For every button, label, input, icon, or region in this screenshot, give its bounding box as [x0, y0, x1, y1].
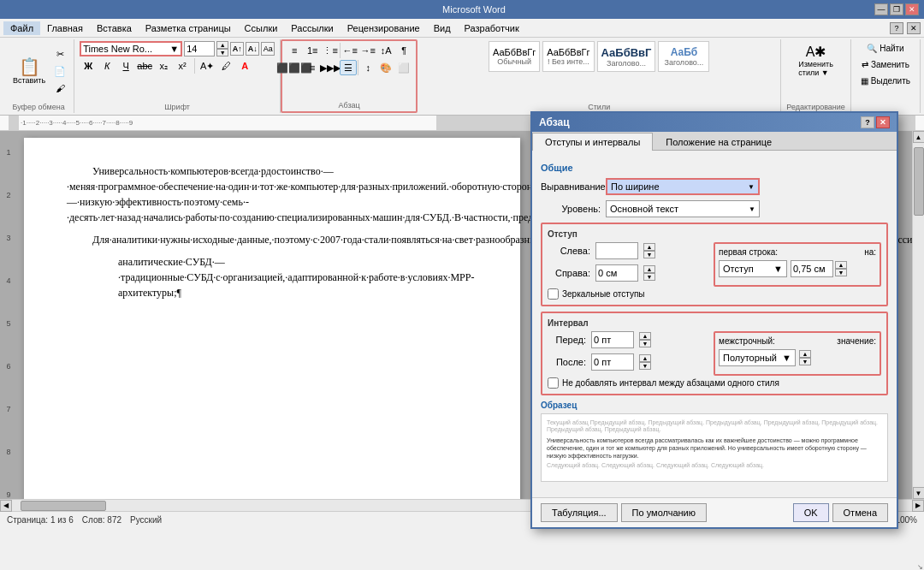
no-add-checkbox[interactable]: [548, 377, 559, 389]
mirror-checkbox[interactable]: [548, 288, 559, 300]
shading-button[interactable]: 🎨: [377, 60, 394, 75]
before-up[interactable]: ▲: [639, 332, 651, 340]
line-spacing-button[interactable]: ↕: [359, 60, 376, 75]
right-down[interactable]: ▼: [643, 273, 655, 281]
paragraph-dialog-launcher[interactable]: ↘: [917, 563, 924, 570]
scroll-right-button[interactable]: ▶: [912, 500, 924, 512]
left-up[interactable]: ▲: [643, 243, 655, 251]
menu-home[interactable]: Главная: [40, 21, 90, 35]
underline-button[interactable]: Ч: [117, 58, 134, 74]
bullets-button[interactable]: ≡: [286, 43, 303, 58]
scroll-left-button[interactable]: ◀: [0, 500, 12, 512]
tab-position[interactable]: Положение на странице: [653, 133, 785, 151]
dialog-help-button[interactable]: ?: [861, 116, 874, 128]
by-spinner: ▲ ▼: [835, 261, 847, 276]
title-bar-controls: — ❐ ✕: [874, 3, 919, 15]
left-down[interactable]: ▼: [643, 251, 655, 258]
font-size-up[interactable]: ▲: [216, 41, 228, 49]
show-marks-button[interactable]: ¶: [395, 43, 412, 58]
align-justify-button[interactable]: ☰: [340, 60, 357, 75]
left-input[interactable]: [595, 242, 638, 259]
format-copy-button[interactable]: 🖌: [51, 80, 68, 96]
style-heading1[interactable]: АаБбВвГ Заголово...: [597, 41, 656, 72]
line-spacing-select[interactable]: Полуторный ▼: [719, 349, 796, 366]
after-up[interactable]: ▲: [639, 354, 651, 362]
dialog-close-button[interactable]: ✕: [876, 116, 890, 128]
after-input[interactable]: 0 пт: [591, 353, 634, 371]
tab-indent-interval[interactable]: Отступы и интервалы: [532, 133, 653, 151]
cancel-button[interactable]: Отмена: [832, 503, 888, 522]
level-select[interactable]: Основной текст ▼: [606, 200, 760, 217]
shrink-font-button[interactable]: A↓: [246, 42, 259, 56]
decrease-indent-button[interactable]: ←≡: [341, 43, 358, 58]
clear-format-button[interactable]: Aa: [261, 42, 275, 56]
grow-font-button[interactable]: A↑: [230, 42, 244, 56]
by-up[interactable]: ▲: [835, 261, 847, 269]
menu-layout[interactable]: Разметка страницы: [139, 21, 238, 35]
style-heading2[interactable]: АаБб Заголово...: [658, 41, 709, 72]
text-effects-button[interactable]: A✦: [198, 58, 216, 74]
first-line-select[interactable]: Отступ ▼: [719, 260, 787, 277]
cut-button[interactable]: ✂: [51, 46, 68, 62]
sort-button[interactable]: ↕A: [377, 43, 394, 58]
default-button[interactable]: По умолчанию: [621, 503, 707, 522]
by-down[interactable]: ▼: [835, 269, 847, 276]
close-button[interactable]: ✕: [905, 3, 919, 15]
numbering-button[interactable]: 1≡: [304, 43, 321, 58]
italic-button[interactable]: К: [98, 58, 116, 74]
ribbon-close-button[interactable]: ✕: [907, 22, 921, 34]
copy-button[interactable]: 📄: [51, 63, 68, 79]
help-button[interactable]: ?: [890, 22, 903, 34]
menu-review[interactable]: Рецензирование: [341, 21, 427, 35]
scroll-down-button[interactable]: ▼: [913, 487, 925, 499]
multilevel-button[interactable]: ⋮≡: [322, 43, 339, 58]
alignment-select[interactable]: По ширине ▼: [606, 178, 760, 195]
align-left-button[interactable]: ⬛⬛⬛: [286, 60, 303, 75]
minimize-button[interactable]: —: [874, 3, 888, 15]
superscript-button[interactable]: x²: [174, 58, 191, 74]
bold-button[interactable]: Ж: [80, 58, 97, 74]
subscript-button[interactable]: x₂: [155, 58, 172, 74]
select-button[interactable]: ▦ Выделить: [856, 74, 915, 88]
scroll-thumb[interactable]: [914, 147, 924, 216]
before-input[interactable]: 0 пт: [591, 331, 634, 348]
change-styles-button[interactable]: A✱ Изменитьстили ▼: [794, 41, 838, 80]
ok-button[interactable]: OK: [793, 503, 829, 522]
restore-button[interactable]: ❐: [890, 3, 903, 15]
find-button[interactable]: 🔍 Найти: [856, 41, 915, 56]
h-scroll-thumb[interactable]: [21, 501, 106, 511]
highlight-button[interactable]: 🖊: [217, 58, 234, 74]
font-size-input[interactable]: 14: [184, 41, 215, 56]
font-group: Times New Ro... ▼ 14 ▲ ▼ A↑ A↓ Aa Ж: [74, 39, 281, 113]
by-input[interactable]: 0,75 см: [791, 260, 833, 277]
ls-up[interactable]: ▲: [799, 350, 811, 358]
menu-mailings[interactable]: Рассылки: [284, 21, 340, 35]
font-name-dropdown[interactable]: Times New Ro... ▼: [80, 41, 182, 56]
by-label: на:: [864, 247, 876, 257]
scroll-track[interactable]: [913, 143, 924, 487]
menu-file[interactable]: Файл: [3, 21, 40, 35]
style-heading1-preview: АаБбВвГ: [601, 46, 652, 59]
menu-view[interactable]: Вид: [427, 21, 458, 35]
style-normal[interactable]: АаБбВвГг Обычный: [489, 41, 540, 72]
font-size-down[interactable]: ▼: [216, 49, 228, 56]
increase-indent-button[interactable]: →≡: [359, 43, 376, 58]
align-center-button[interactable]: ≡: [304, 60, 321, 75]
menu-insert[interactable]: Вставка: [90, 21, 139, 35]
menu-developer[interactable]: Разработчик: [458, 21, 526, 35]
scroll-up-button[interactable]: ▲: [913, 131, 925, 143]
right-input[interactable]: 0 см: [595, 264, 638, 282]
ls-down[interactable]: ▼: [799, 358, 811, 365]
right-up[interactable]: ▲: [643, 265, 655, 273]
border-button[interactable]: ⬜: [395, 60, 412, 75]
menu-references[interactable]: Ссылки: [238, 21, 285, 35]
before-down[interactable]: ▼: [639, 340, 651, 347]
style-no-spacing[interactable]: АаБбВвГг ! Без инте...: [542, 41, 594, 72]
replace-button[interactable]: ⇄ Заменить: [856, 57, 915, 72]
after-down[interactable]: ▼: [639, 362, 651, 370]
font-color-button[interactable]: A: [236, 58, 253, 74]
paste-button[interactable]: 📋 Вставить: [9, 56, 50, 87]
align-right-button[interactable]: ▶▶▶: [322, 60, 339, 75]
tabulation-button[interactable]: Табуляция...: [541, 503, 618, 522]
strikethrough-button[interactable]: abc: [136, 58, 153, 74]
